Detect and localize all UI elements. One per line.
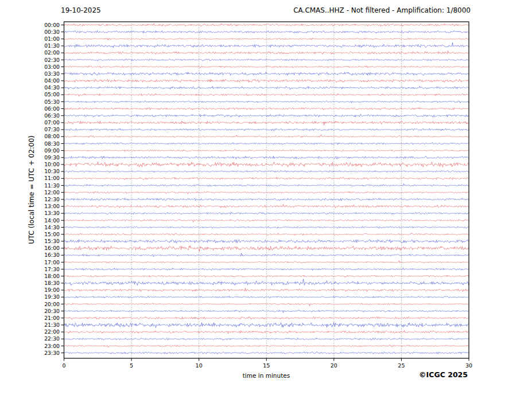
y-tick-label: 00:00 [44,22,60,28]
y-tick-label: 06:30 [44,112,60,119]
seismogram-trace [64,240,469,244]
y-tick-label: 08:00 [44,133,60,139]
seismogram-trace [64,212,469,214]
y-tick-label: 15:30 [44,238,60,244]
y-tick-label: 13:00 [44,203,60,209]
y-tick-label: 11:30 [44,182,60,189]
copyright-label: ©ICGC 2025 [419,370,468,379]
seismogram-trace [64,184,469,187]
y-tick-label: 23:30 [44,350,60,356]
y-tick-label: 05:00 [44,91,60,97]
seismogram-trace [64,72,469,76]
seismogram-trace [64,338,469,340]
y-tick-label: 14:00 [44,217,60,224]
y-tick-label: 13:30 [44,210,60,216]
y-tick-label: 17:30 [44,266,60,272]
gridlines [131,22,401,358]
x-tick-label: 30 [465,362,472,369]
y-tick-label: 02:00 [44,49,60,56]
y-tick-label: 16:30 [44,252,60,258]
seismogram-trace [64,316,469,319]
y-tick-label: 08:30 [44,140,60,147]
x-tick-label: 10 [196,362,203,369]
x-tick-label: 20 [331,362,337,369]
y-tick-label: 03:30 [44,71,60,77]
y-tick-label: 04:00 [44,77,60,84]
helicorder-screen: 19-10-2025 CA.CMAS..HHZ - Not filtered -… [0,0,532,399]
y-tick-label: 23:00 [44,343,60,349]
y-tick-label: 21:30 [44,322,60,328]
y-tick-label: 19:30 [44,294,60,300]
y-tick-label: 12:00 [44,189,60,195]
y-tick-label: 17:00 [44,259,60,265]
y-tick-label: 00:30 [44,29,60,35]
seismogram-trace [64,310,469,313]
y-tick-label: 02:30 [44,57,60,63]
y-tick-label: 15:00 [44,231,60,237]
y-tick-label: 06:00 [44,105,60,112]
y-tick-label: 21:00 [44,315,60,321]
x-tick-label: 0 [62,362,65,369]
seismogram-trace [64,30,469,33]
y-axis: 00:0000:3001:0001:3002:0002:3003:0003:30… [44,22,64,356]
y-tick-label: 16:00 [44,245,60,251]
seismogram-trace [64,275,469,277]
y-tick-label: 22:30 [44,335,60,342]
y-tick-label: 12:30 [44,196,60,202]
x-tick-label: 5 [130,362,133,369]
y-tick-label: 14:30 [44,224,60,230]
y-tick-label: 07:30 [44,126,60,132]
y-tick-label: 09:30 [44,154,60,161]
y-tick-label: 22:00 [44,328,60,335]
y-tick-label: 10:00 [44,161,60,167]
seismogram-trace [64,79,469,83]
y-tick-label: 03:00 [44,64,60,70]
y-tick-label: 05:30 [44,99,60,105]
x-tick-label: 25 [398,362,405,369]
y-tick-label: 07:00 [44,119,60,126]
seismogram-trace [64,66,469,68]
y-tick-label: 10:30 [44,168,60,174]
y-tick-label: 20:00 [44,301,60,307]
y-tick-label: 20:30 [44,308,60,314]
y-tick-label: 04:30 [44,84,60,91]
y-tick-label: 01:00 [44,36,60,42]
y-tick-label: 19:00 [44,287,60,293]
seismogram-trace [64,191,469,194]
seismogram-trace [64,177,469,179]
y-tick-label: 11:00 [44,175,60,181]
seismogram-trace [64,162,469,167]
seismogram-trace [64,38,469,40]
seismogram-trace [64,303,469,306]
helicorder-chart: 00:0000:3001:0001:3002:0002:3003:0003:30… [0,0,532,399]
y-tick-label: 01:30 [44,42,60,49]
x-axis: 051015202530 [62,358,472,369]
seismogram-trace [64,42,469,48]
y-tick-label: 09:00 [44,147,60,154]
x-axis-label: time in minutes [243,372,290,379]
y-tick-label: 18:30 [44,280,60,286]
x-tick-label: 15 [263,362,270,369]
y-tick-label: 18:00 [44,273,60,279]
